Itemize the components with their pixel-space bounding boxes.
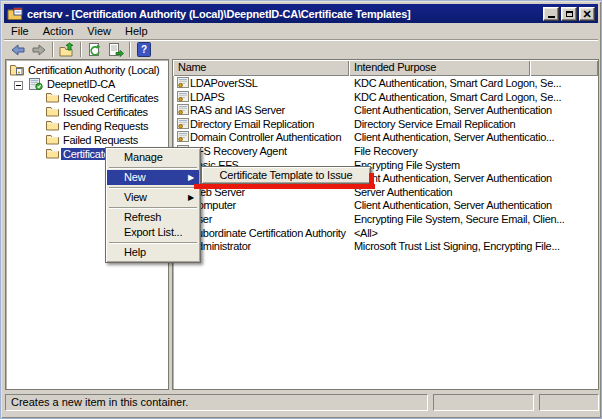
- certificate-template-icon: [177, 118, 189, 131]
- menu-bar: FileActionViewHelp: [4, 23, 598, 39]
- toolbar: ?: [4, 39, 598, 59]
- toolbar-separator: [52, 42, 53, 57]
- tree-item-label: Revoked Certificates: [61, 92, 161, 104]
- template-purpose: Microsoft Trust List Signing, Encrypting…: [354, 240, 560, 252]
- toolbar-forward-button[interactable]: [28, 41, 49, 59]
- folder-icon: [46, 148, 59, 161]
- menu-separator: [109, 242, 197, 243]
- tree-item-issued-certificates[interactable]: Issued Certificates: [6, 105, 168, 119]
- tree-item-label: Issued Certificates: [61, 106, 150, 118]
- template-purpose: KDC Authentication, Smart Card Logon, Se…: [354, 77, 561, 89]
- menu-separator: [109, 207, 197, 208]
- tree-item-certification-authority-local[interactable]: Certification Authority (Local): [6, 63, 168, 77]
- title-bar[interactable]: certsrv - [Certification Authority (Loca…: [4, 4, 598, 23]
- context-submenu: Certificate Template to Issue: [201, 166, 371, 184]
- menu-view[interactable]: View: [80, 24, 118, 38]
- table-row[interactable]: LDAPSKDC Authentication, Smart Card Logo…: [173, 90, 598, 104]
- table-row[interactable]: ComputerClient Authentication, Server Au…: [173, 198, 598, 212]
- folder-icon: [46, 120, 59, 133]
- toolbar-up-one-level-button[interactable]: [56, 41, 77, 59]
- ca-server-icon: [29, 78, 43, 92]
- toolbar-back-button[interactable]: [7, 41, 28, 59]
- table-row[interactable]: UserEncrypting File System, Secure Email…: [173, 212, 598, 226]
- template-name: LDAPS: [190, 91, 225, 103]
- tree-item-label: DeepnetID-CA: [45, 78, 117, 90]
- help-icon: ?: [137, 42, 151, 57]
- toolbar-refresh-button[interactable]: [84, 41, 105, 59]
- table-row[interactable]: Subordinate Certification Authority<All>: [173, 226, 598, 240]
- template-name: Directory Email Replication: [190, 118, 314, 130]
- template-purpose: File Recovery: [354, 145, 417, 157]
- column-header-blank: [530, 60, 598, 76]
- template-name: RAS and IAS Server: [190, 104, 285, 116]
- list-header: Name Intended Purpose: [173, 60, 598, 76]
- tree-item-label: Failed Requests: [61, 134, 140, 146]
- tree-item-revoked-certificates[interactable]: Revoked Certificates: [6, 91, 168, 105]
- context-menu-item-refresh[interactable]: Refresh: [107, 210, 199, 225]
- column-header-intended-purpose[interactable]: Intended Purpose: [349, 60, 530, 76]
- minimize-button[interactable]: [543, 7, 559, 21]
- annotation-red-underline: [194, 184, 375, 189]
- menu-action[interactable]: Action: [36, 24, 81, 38]
- toolbar-separator: [80, 42, 81, 57]
- app-window: certsrv - [Certification Authority (Loca…: [0, 0, 602, 419]
- export-list-icon: [108, 42, 124, 58]
- certificate-template-icon: [177, 131, 189, 144]
- table-row[interactable]: AdministratorMicrosoft Trust List Signin…: [173, 239, 598, 253]
- refresh-icon: [87, 42, 103, 58]
- table-row[interactable]: Domain Controller AuthenticationClient A…: [173, 130, 598, 144]
- tree-item-failed-requests[interactable]: Failed Requests: [6, 133, 168, 147]
- status-bar-panel-2: [433, 394, 534, 411]
- table-row[interactable]: EFS Recovery AgentFile Recovery: [173, 144, 598, 158]
- close-button[interactable]: ✕: [579, 7, 595, 21]
- maximize-button[interactable]: [561, 7, 577, 21]
- submenu-arrow-icon: ▶: [188, 190, 194, 205]
- menu-separator: [109, 187, 197, 188]
- template-list: LDAPoverSSLKDC Authentication, Smart Car…: [173, 76, 598, 389]
- maximize-icon: [566, 11, 573, 17]
- template-name: LDAPoverSSL: [190, 77, 258, 89]
- back-icon: [10, 42, 26, 58]
- template-name: EFS Recovery Agent: [190, 145, 287, 157]
- table-row[interactable]: RAS and IAS ServerClient Authentication,…: [173, 103, 598, 117]
- status-bar-panel-3: [539, 394, 599, 411]
- template-purpose: Client Authentication, Server Authentica…: [354, 172, 552, 184]
- window-title: certsrv - [Certification Authority (Loca…: [27, 8, 541, 20]
- folder-icon: [46, 106, 59, 119]
- annotation-red-underline-tip: [369, 173, 374, 186]
- status-bar-message: Creates a new item in this container.: [5, 394, 428, 411]
- template-purpose: Client Authentication, Server Authentica…: [354, 104, 552, 116]
- tree-item-pending-requests[interactable]: Pending Requests: [6, 119, 168, 133]
- template-purpose: Client Authentication, Server Authentica…: [354, 199, 552, 211]
- template-purpose: <All>: [354, 227, 378, 239]
- app-icon: [7, 7, 23, 21]
- toolbar-help-button[interactable]: ?: [133, 41, 154, 59]
- certificate-template-icon: [177, 91, 189, 104]
- submenu-arrow-icon: ▶: [188, 170, 194, 185]
- context-menu-item-view[interactable]: View▶: [107, 190, 199, 205]
- folder-icon: [46, 92, 59, 105]
- tree-item-label: Pending Requests: [61, 120, 150, 132]
- submenu-item-certificate-template-to-issue[interactable]: Certificate Template to Issue: [220, 169, 353, 181]
- menu-file[interactable]: File: [4, 24, 36, 38]
- certification-authority-icon: [10, 64, 24, 78]
- template-purpose: Client Authentication, Server Authentica…: [354, 131, 554, 143]
- up-one-level-icon: [59, 42, 75, 58]
- column-header-name[interactable]: Name: [173, 60, 349, 76]
- toolbar-export-list-button[interactable]: [105, 41, 126, 59]
- context-menu-item-manage[interactable]: Manage: [107, 150, 199, 165]
- table-row[interactable]: LDAPoverSSLKDC Authentication, Smart Car…: [173, 76, 598, 90]
- table-row[interactable]: Directory Email ReplicationDirectory Ser…: [173, 117, 598, 131]
- context-menu: ManageNew▶View▶RefreshExport List...Help: [105, 147, 201, 263]
- template-purpose: Directory Service Email Replication: [354, 118, 515, 130]
- tree-item-label: Certification Authority (Local): [26, 64, 161, 76]
- tree-item-deepnetid-ca[interactable]: DeepnetID-CA: [6, 77, 168, 91]
- context-menu-item-export-list[interactable]: Export List...: [107, 225, 199, 240]
- template-purpose: Encrypting File System, Secure Email, Cl…: [354, 213, 565, 225]
- certificate-template-icon: [177, 104, 189, 117]
- svg-text:?: ?: [140, 44, 146, 55]
- folder-icon: [46, 134, 59, 147]
- menu-help[interactable]: Help: [118, 24, 155, 38]
- context-menu-item-help[interactable]: Help: [107, 245, 199, 260]
- context-menu-item-new[interactable]: New▶: [107, 170, 199, 185]
